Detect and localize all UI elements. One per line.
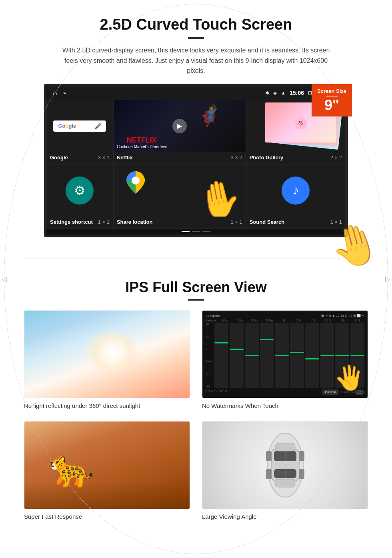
title-divider [188,37,204,39]
watermarks-label: No Watermarks When Touch [202,402,368,409]
netflix-content: 🦸 ▶ NETFLIX Continue Marvel's Daredevil [114,100,246,152]
usb-icon: ⌁ [63,90,66,96]
app-cell-settings[interactable]: ⚙ Settings shortcut 1 × 1 [46,164,113,229]
mic-icon[interactable]: 🎤 [94,123,101,129]
car-svg [261,429,309,501]
share-app-name: Share location [117,219,153,225]
device-screen: ⌂ ⌁ ✱ ◈ ▲ 15:06 ⊡ ◁) ⊠ ⬜ [44,84,348,237]
slider-6[interactable] [290,323,304,388]
status-bar: ⌂ ⌁ ✱ ◈ ▲ 15:06 ⊡ ◁) ⊠ ⬜ [46,86,346,100]
google-content: Google 🎤 [47,100,113,152]
sound-content: ♪ [246,165,345,217]
scroll-dot-2 [192,231,200,232]
app-cell-sound[interactable]: ♪ Sound Search 1 × 1 [246,164,346,229]
svg-rect-9 [299,451,304,461]
section1-title: 2.5D Curved Touch Screen [24,16,368,33]
settings-icon: ⚙ [66,177,94,205]
netflix-label-row: Netflix 3 × 2 [114,152,246,164]
netflix-overlay: NETFLIX Continue Marvel's Daredevil [117,136,167,149]
app-row-2: ⚙ Settings shortcut 1 × 1 [46,164,346,229]
google-app-size: 3 × 1 [98,155,110,161]
device-wrapper: Screen Size 9" ⌂ ⌁ ✱ ◈ ▲ 15:06 ⊡ ◁) ⊠ [44,84,348,237]
feature-watermarks: ⌂ Amplifier ▣ ··· ◈ ▲ 17:33 ⊡ ◁) ⊠ ⬜ ↩ B… [202,310,368,409]
photos-app-size: 2 × 2 [330,155,342,161]
svg-point-0 [132,177,140,185]
bluetooth-icon: ✱ [265,90,269,96]
feature-viewing: ◁ ▷ Large Viewing Angle [202,421,368,520]
share-content: 🤚 [114,165,246,217]
badge-size: 9" [324,97,339,113]
slider-7[interactable] [305,323,319,388]
eq-level-labels: 10 ◁) 0 Fader ◁) -10 [206,323,214,388]
settings-label-row: Settings shortcut 1 × 1 [47,217,113,228]
netflix-subtitle: Continue Marvel's Daredevil [117,145,167,149]
watermarks-image: ⌂ Amplifier ▣ ··· ◈ ▲ 17:33 ⊡ ◁) ⊠ ⬜ ↩ B… [202,310,368,398]
settings-app-size: 1 × 1 [98,219,110,225]
viewing-label: Large Viewing Angle [202,513,368,520]
google-app-name: Google [50,155,68,161]
google-search-bar[interactable]: Google 🎤 [53,120,106,132]
response-image: 🐆 [24,421,190,509]
netflix-logo-text: NETFLIX [117,136,167,144]
sound-icon: ♪ [282,177,310,205]
scroll-dot-3 [202,231,210,232]
scroll-dots [46,229,346,235]
feature-response: 🐆 Super Fast Response [24,421,190,520]
status-left: ⌂ ⌁ [53,89,66,97]
feature-grid: No light reflecting under 360° direct su… [24,310,368,520]
slider-2[interactable] [230,323,244,388]
google-logo: Google [58,123,76,129]
slider-5[interactable] [275,323,289,388]
slider-1[interactable] [214,323,228,388]
page-separator [24,259,368,259]
feature-sunlight: No light reflecting under 360° direct su… [24,310,190,409]
time-display: 15:06 [290,90,304,96]
settings-app-name: Settings shortcut [50,219,93,225]
slider-4[interactable] [260,323,274,388]
response-label: Super Fast Response [24,513,190,520]
section2-divider [188,299,204,301]
play-button[interactable]: ▶ [172,119,187,133]
app-cell-share[interactable]: 🤚 Share location 1 × 1 [113,164,246,229]
share-label-row: Share location 1 × 1 [114,217,246,228]
svg-rect-7 [266,451,272,461]
amp-hand: 🖐 [334,363,364,392]
sky-visual [24,311,190,398]
home-icon[interactable]: ⌂ [53,89,57,97]
pointing-hand: 🤚 [193,175,245,217]
app-cell-google[interactable]: Google 🎤 Google 3 × 1 [46,100,113,164]
svg-rect-6 [275,479,295,487]
scroll-dot-1 [182,231,190,232]
google-label-row: Google 3 × 1 [47,152,113,164]
slider-8[interactable] [320,323,334,388]
cheetah-visual: 🐆 [24,422,190,509]
screen-size-badge: Screen Size 9" [312,84,352,116]
sunlight-label: No light reflecting under 360° direct su… [24,402,190,409]
app-cell-netflix[interactable]: 🦸 ▶ NETFLIX Continue Marvel's Daredevil … [113,100,246,164]
section2-title: IPS Full Screen View [24,279,368,296]
svg-rect-10 [299,469,304,479]
svg-rect-8 [266,469,272,479]
viewing-image: ◁ ▷ [202,421,368,509]
photos-label-row: Photo Gallery 2 × 2 [246,152,345,164]
badge-divider-line [326,96,338,96]
sound-app-size: 1 × 1 [330,219,342,225]
photos-app-name: Photo Gallery [250,155,284,161]
slider-3[interactable] [245,323,259,388]
sound-label-row: Sound Search 1 × 1 [246,217,345,228]
badge-label: Screen Size [317,88,346,94]
eq-labels: Balance 60hz 100hz 200hz 500hz 1k 2.5k 1… [206,319,364,322]
amplifier-screen: ⌂ Amplifier ▣ ··· ◈ ▲ 17:33 ⊡ ◁) ⊠ ⬜ ↩ B… [202,311,368,398]
section-ips: IPS Full Screen View No light reflecting… [0,271,392,532]
location-icon: ◈ [273,90,277,96]
eq-bars-area: 10 ◁) 0 Fader ◁) -10 [206,323,364,388]
gmaps-icon [126,171,146,199]
wifi-icon: ▲ [281,90,286,96]
section-curved-screen: 2.5D Curved Touch Screen With 2.5D curve… [0,0,392,247]
share-app-size: 1 × 1 [230,219,242,225]
daredevil-figure: 🦸 [197,104,222,127]
car-visual: ◁ ▷ [202,422,368,509]
amp-header: ⌂ Amplifier ▣ ··· ◈ ▲ 17:33 ⊡ ◁) ⊠ ⬜ ↩ [206,314,364,317]
sound-app-name: Sound Search [250,219,284,225]
app-row-1: Google 🎤 Google 3 × 1 [46,100,346,164]
